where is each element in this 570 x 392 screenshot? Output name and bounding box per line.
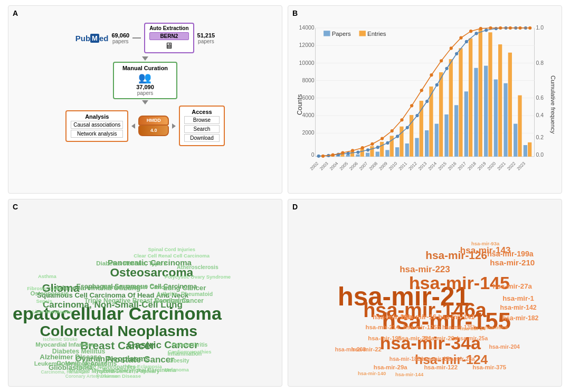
panel-d-label: D [292, 203, 298, 211]
papers3-count: 37,090 [122, 84, 168, 90]
arrow-down-1 [142, 56, 148, 61]
svg-rect-54 [454, 105, 458, 157]
svg-rect-48 [425, 130, 429, 157]
svg-rect-37 [370, 146, 374, 157]
svg-rect-34 [356, 155, 359, 157]
svg-point-92 [321, 155, 325, 158]
svg-text:2004: 2004 [328, 160, 339, 171]
main-container: A Pub M ed 69,060 papers Auto Extraction [0, 0, 570, 392]
svg-point-80 [415, 114, 419, 117]
hmdd-label: HMDD [140, 118, 167, 123]
svg-rect-53 [449, 59, 453, 157]
arrow-right [172, 123, 176, 129]
papers1-count: 69,060 [111, 32, 129, 39]
papers2-label: papers [197, 39, 215, 44]
svg-text:hsa-mir-1: hsa-mir-1 [502, 294, 534, 302]
svg-rect-61 [488, 32, 492, 157]
svg-text:hsa-mir-375: hsa-mir-375 [472, 364, 506, 370]
svg-text:Urinary Bladder Cancer: Urinary Bladder Cancer [103, 284, 170, 290]
svg-point-79 [406, 126, 409, 129]
svg-rect-36 [366, 153, 369, 157]
auto-extraction-box: Auto Extraction BERN2 🖥 [144, 23, 194, 53]
svg-point-83 [445, 67, 448, 70]
pubmed-logo: Pub M ed [75, 34, 109, 43]
svg-rect-39 [380, 142, 384, 157]
svg-text:2023: 2023 [516, 160, 526, 171]
svg-text:hsa-mir-140: hsa-mir-140 [358, 370, 386, 376]
svg-point-104 [440, 59, 443, 62]
svg-text:0.8: 0.8 [536, 60, 544, 66]
svg-text:2020: 2020 [486, 160, 497, 171]
svg-point-70 [317, 155, 320, 158]
analysis-box: Analysis Causal associations Network ana… [65, 110, 128, 142]
manual-curation-label: Manual Curation [122, 65, 168, 71]
svg-point-77 [386, 141, 389, 145]
svg-text:0.2: 0.2 [536, 135, 544, 140]
svg-text:2019: 2019 [476, 160, 487, 171]
svg-text:hsa-mir-29a: hsa-mir-29a [374, 364, 407, 370]
svg-rect-40 [385, 150, 389, 156]
svg-text:hsa-mir-27a: hsa-mir-27a [493, 282, 533, 290]
svg-text:2016: 2016 [446, 160, 457, 171]
svg-rect-67 [518, 95, 521, 157]
svg-text:hsa-mir-23a: hsa-mir-23a [444, 356, 475, 361]
svg-point-108 [479, 27, 482, 30]
svg-point-96 [361, 146, 364, 149]
svg-rect-52 [444, 114, 448, 157]
svg-point-110 [499, 26, 502, 30]
panel-b: B Counts Cumulative frequency 14000 1200… [288, 5, 562, 194]
panel-c-label: C [13, 203, 18, 211]
svg-text:Asthma: Asthma [38, 273, 56, 279]
svg-text:hsa-mir-182: hsa-mir-182 [502, 314, 538, 322]
svg-text:Melanoma: Melanoma [165, 366, 189, 372]
svg-text:hsa-mir-122: hsa-mir-122 [424, 364, 458, 370]
papers3-label: papers [122, 90, 168, 96]
svg-rect-38 [376, 151, 379, 156]
svg-text:12000: 12000 [299, 42, 315, 48]
svg-point-94 [341, 151, 344, 154]
bar-chart: Counts Cumulative frequency 14000 12000 … [293, 22, 556, 188]
access-label: Access [184, 109, 219, 115]
svg-rect-64 [504, 83, 507, 157]
svg-text:0.4: 0.4 [536, 112, 544, 118]
svg-rect-59 [479, 29, 482, 157]
svg-text:hsa-mir-144: hsa-mir-144 [395, 371, 424, 377]
svg-rect-66 [514, 124, 517, 157]
svg-text:Triple Negative Breast Neoplas: Triple Negative Breast Neoplasms [84, 297, 189, 304]
panel-a-label: A [13, 9, 18, 17]
svg-point-105 [450, 46, 453, 50]
svg-rect-56 [464, 91, 468, 156]
svg-point-93 [331, 154, 335, 157]
svg-point-78 [396, 135, 399, 138]
svg-text:Arthritis, Rheumatoid: Arthritis, Rheumatoid [157, 291, 213, 297]
svg-point-97 [370, 142, 374, 146]
svg-point-111 [509, 26, 512, 30]
auto-extraction-label: Auto Extraction [149, 25, 188, 31]
hmdd-cylinder: HMDD 4.0 [138, 116, 169, 136]
svg-point-113 [528, 26, 531, 30]
svg-rect-69 [528, 142, 531, 157]
panel-b-label: B [292, 9, 298, 17]
svg-text:hsa-mir-208: hsa-mir-208 [335, 346, 366, 352]
svg-rect-138 [359, 31, 366, 36]
svg-text:2022: 2022 [506, 160, 517, 171]
svg-text:2002: 2002 [309, 160, 319, 171]
bern2-label: BERN2 [149, 32, 188, 40]
svg-text:hsa-mir-25a: hsa-mir-25a [457, 336, 488, 341]
hmdd-version: 4.0 [140, 128, 167, 133]
svg-rect-55 [459, 48, 462, 156]
svg-rect-50 [435, 124, 439, 157]
svg-text:0.0: 0.0 [536, 152, 544, 158]
svg-text:2017: 2017 [457, 160, 467, 171]
svg-text:Sepsis: Sepsis [36, 298, 52, 303]
svg-text:2013: 2013 [417, 160, 428, 171]
svg-text:hsa-mir-181a: hsa-mir-181a [390, 356, 423, 361]
svg-text:Obesity: Obesity [169, 357, 189, 363]
svg-point-102 [420, 89, 423, 92]
svg-point-74 [356, 150, 359, 154]
svg-point-103 [430, 73, 433, 77]
svg-point-109 [489, 26, 492, 30]
svg-point-86 [474, 32, 478, 35]
browse-item: Browse [184, 116, 219, 124]
svg-text:hsa-mir-210: hsa-mir-210 [490, 257, 535, 266]
